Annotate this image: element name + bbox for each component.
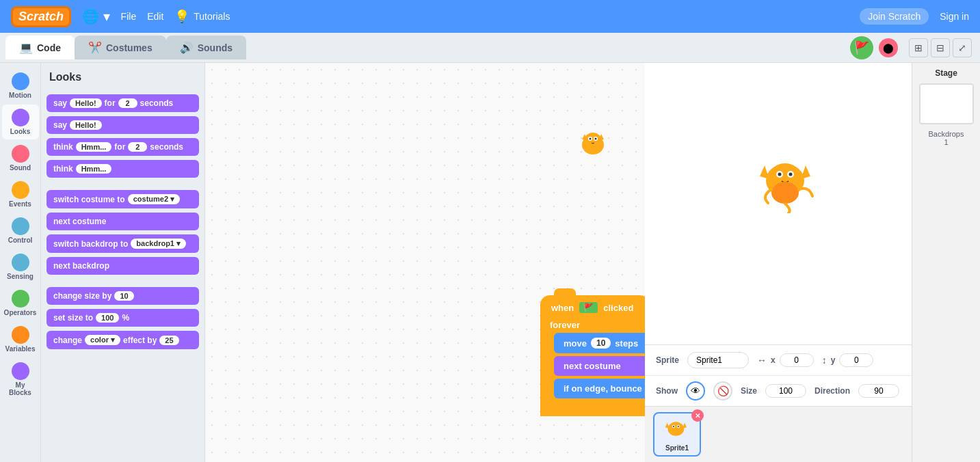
- category-sidebar: Motion Looks Sound Events Control Sensin…: [0, 63, 41, 462]
- stage-preview: [645, 63, 912, 344]
- sidebar-item-looks[interactable]: Looks: [2, 105, 39, 139]
- hat-block-wrapper: when 🚩 clicked forever move 10 steps: [540, 295, 645, 416]
- block-say-seconds[interactable]: say Hello! for 2 seconds: [47, 94, 199, 112]
- svg-point-23: [672, 426, 674, 427]
- tab-code[interactable]: 💻 Code: [5, 36, 75, 59]
- sprite1-thumbnail[interactable]: ✕ Sprite1: [653, 412, 701, 457]
- block-switch-costume[interactable]: switch costume to costume2 ▾: [47, 190, 199, 208]
- block-change-size[interactable]: change size by 10: [47, 287, 199, 305]
- block-change-effect[interactable]: change color ▾ effect by 25: [47, 331, 199, 349]
- next-costume-block[interactable]: next costume: [554, 356, 645, 376]
- direction-label: Direction: [815, 386, 850, 396]
- green-flag-button[interactable]: 🚩: [850, 36, 873, 59]
- stage-and-info: Sprite ↔ x ↕ y Show 👁 🚫 Size: [645, 63, 912, 462]
- sidebar-item-events[interactable]: Events: [2, 177, 39, 212]
- right-section: Sprite ↔ x ↕ y Show 👁 🚫 Size: [645, 63, 980, 462]
- steps-text: steps: [615, 338, 638, 349]
- move-block[interactable]: move 10 steps: [554, 333, 645, 353]
- looks-label: Looks: [10, 128, 30, 135]
- sidebar-item-myblocks[interactable]: My Blocks: [2, 358, 39, 400]
- operators-label: Operators: [4, 309, 37, 316]
- join-button[interactable]: Join Scratch: [860, 8, 929, 25]
- sprite-name-input[interactable]: [687, 352, 749, 368]
- svg-point-20: [670, 422, 683, 432]
- x-input[interactable]: [780, 353, 814, 367]
- canvas-area[interactable]: when 🚩 clicked forever move 10 steps: [205, 63, 645, 462]
- globe-button[interactable]: 🌐 ▾: [82, 8, 110, 25]
- motion-icon: [12, 72, 29, 90]
- myblocks-label: My Blocks: [5, 381, 36, 396]
- block-next-costume[interactable]: next costume: [47, 213, 199, 230]
- signin-button[interactable]: Sign in: [940, 11, 969, 22]
- stage-section: Stage Backdrops 1: [912, 63, 980, 462]
- events-icon: [12, 181, 29, 199]
- x-coord-group: ↔ x: [757, 353, 814, 367]
- motion-label: Motion: [9, 92, 31, 99]
- stage-backdrop-thumbnail[interactable]: [919, 83, 974, 124]
- tab-controls: 🚩 ⬤ ⊞ ⊟ ⤢: [850, 36, 972, 59]
- view-small-button[interactable]: ⊞: [909, 38, 928, 57]
- edit-menu[interactable]: Edit: [147, 11, 163, 22]
- blocks-header: Looks: [47, 68, 199, 86]
- blocks-panel: Looks say Hello! for 2 seconds say Hello…: [41, 63, 205, 462]
- sprite-info-row2: Show 👁 🚫 Size Direction: [645, 375, 912, 406]
- sidebar-item-sound[interactable]: Sound: [2, 141, 39, 176]
- block-switch-backdrop[interactable]: switch backdrop to backdrop1 ▾: [47, 234, 199, 253]
- svg-point-1: [585, 133, 601, 146]
- block-set-size[interactable]: set size to 100 %: [47, 309, 199, 327]
- block-think[interactable]: think Hmm...: [47, 160, 199, 178]
- x-label: x: [771, 355, 776, 365]
- tab-sounds[interactable]: 🔊 Sounds: [166, 36, 246, 59]
- view-fullscreen-button[interactable]: ⤢: [953, 38, 972, 57]
- clicked-text: clicked: [603, 303, 633, 313]
- y-input[interactable]: [839, 353, 873, 367]
- sidebar-item-control[interactable]: Control: [2, 213, 39, 248]
- sensing-icon: [12, 254, 29, 271]
- view-split-button[interactable]: ⊟: [931, 38, 950, 57]
- svg-point-15: [789, 173, 793, 176]
- control-label: Control: [8, 236, 33, 244]
- show-hidden-button[interactable]: 🚫: [713, 381, 732, 400]
- edge-bounce-block[interactable]: if on edge, bounce: [554, 379, 645, 398]
- size-input[interactable]: [765, 384, 806, 398]
- inner-blocks: move 10 steps next costume if on edge, b…: [540, 331, 645, 403]
- sprite-thumb-label: Sprite1: [665, 444, 689, 452]
- sidebar-item-operators[interactable]: Operators: [2, 286, 39, 321]
- hat-block[interactable]: when 🚩 clicked: [540, 295, 645, 316]
- forever-end: ↩: [540, 403, 645, 416]
- view-controls: ⊞ ⊟ ⤢: [909, 38, 972, 57]
- block-think-seconds[interactable]: think Hmm... for 2 seconds: [47, 138, 199, 156]
- sprite-delete-button[interactable]: ✕: [691, 409, 704, 422]
- backdrops-count: 1: [944, 138, 948, 146]
- operators-icon: [12, 290, 29, 308]
- svg-point-6: [590, 138, 592, 140]
- block-next-backdrop[interactable]: next backdrop: [47, 257, 199, 275]
- tab-bar: 💻 Code ✂️ Costumes 🔊 Sounds 🚩 ⬤ ⊞ ⊟ ⤢: [0, 33, 980, 63]
- size-label: Size: [741, 386, 757, 396]
- variables-icon: [12, 326, 29, 344]
- block-say[interactable]: say Hello!: [47, 116, 199, 134]
- scratch-logo[interactable]: Scratch: [11, 6, 71, 27]
- tab-costumes[interactable]: ✂️ Costumes: [75, 36, 166, 59]
- show-label: Show: [656, 386, 678, 396]
- y-coord-group: ↕ y: [822, 353, 874, 367]
- y-label: y: [831, 355, 836, 365]
- tutorials-menu[interactable]: 💡 Tutorials: [174, 9, 230, 24]
- sidebar-item-motion[interactable]: Motion: [2, 68, 39, 103]
- svg-point-16: [771, 182, 799, 204]
- direction-input[interactable]: [858, 384, 899, 398]
- canvas-cat-thumbnail: [575, 124, 611, 163]
- move-steps-input[interactable]: 10: [591, 338, 611, 349]
- stage-section-label: Stage: [935, 68, 957, 78]
- file-menu[interactable]: File: [121, 11, 137, 22]
- cat-sprite-stage: [754, 152, 823, 213]
- main-area: Motion Looks Sound Events Control Sensin…: [0, 63, 980, 462]
- sidebar-item-sensing[interactable]: Sensing: [2, 249, 39, 284]
- sprite-thumb-image: [662, 417, 693, 443]
- myblocks-icon: [12, 362, 29, 380]
- sidebar-item-variables[interactable]: Variables: [2, 322, 39, 357]
- stop-button[interactable]: ⬤: [879, 38, 898, 57]
- edge-text: if on edge, bounce: [564, 383, 642, 394]
- forever-label: forever: [540, 317, 645, 331]
- show-visible-button[interactable]: 👁: [686, 381, 705, 400]
